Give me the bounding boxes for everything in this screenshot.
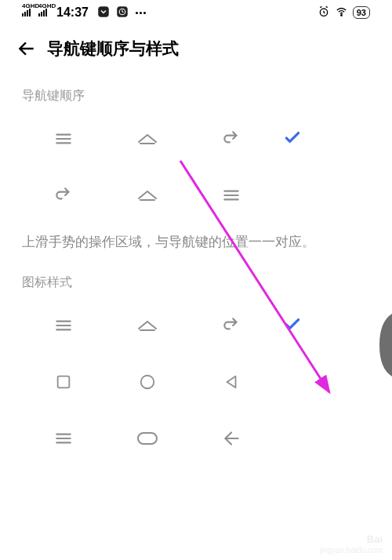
menu-icon bbox=[51, 313, 76, 338]
watermark: Bai jingyan.baidu.com bbox=[319, 533, 383, 555]
home-icon bbox=[135, 126, 160, 151]
svg-rect-5 bbox=[58, 376, 70, 388]
signal-2: 4GHD bbox=[38, 9, 47, 16]
menu-icon bbox=[51, 126, 76, 151]
signal-1: 4GHD bbox=[22, 9, 31, 16]
svg-rect-7 bbox=[138, 433, 157, 444]
check-icon bbox=[282, 314, 303, 337]
check-icon bbox=[282, 127, 303, 151]
back-button[interactable] bbox=[16, 38, 38, 60]
arrow-left-icon bbox=[219, 426, 244, 451]
notification-icon bbox=[96, 5, 111, 21]
home-icon bbox=[135, 183, 160, 208]
clock: 14:37 bbox=[56, 5, 89, 20]
triangle-back-icon bbox=[219, 369, 244, 395]
circle-icon bbox=[135, 369, 160, 395]
clock-app-icon bbox=[115, 5, 129, 21]
gesture-description: 上滑手势的操作区域，与导航键的位置一一对应。 bbox=[0, 224, 392, 256]
menu-icon bbox=[219, 183, 244, 208]
nav-order-option-1[interactable] bbox=[0, 111, 392, 167]
svg-point-4 bbox=[341, 15, 342, 16]
back-icon bbox=[51, 183, 76, 208]
svg-point-6 bbox=[141, 376, 154, 389]
icon-style-option-3[interactable] bbox=[0, 410, 392, 467]
page-header: 导航键顺序与样式 bbox=[0, 25, 392, 69]
square-icon bbox=[51, 369, 76, 395]
back-icon bbox=[219, 126, 244, 151]
page-title: 导航键顺序与样式 bbox=[47, 38, 179, 60]
back-icon bbox=[219, 313, 244, 338]
home-icon bbox=[135, 313, 160, 338]
icon-style-option-2[interactable] bbox=[0, 354, 392, 410]
wifi-icon bbox=[335, 5, 348, 20]
more-icon bbox=[136, 12, 146, 14]
status-bar: 4GHD 4GHD 14:37 93 bbox=[0, 0, 392, 25]
icon-style-option-1[interactable] bbox=[0, 297, 392, 354]
rounded-rect-icon bbox=[135, 426, 160, 451]
section-icon-style-label: 图标样式 bbox=[0, 256, 392, 297]
menu-icon bbox=[51, 426, 76, 451]
side-drawer-hint bbox=[378, 314, 392, 376]
battery-indicator: 93 bbox=[353, 6, 370, 19]
alarm-icon bbox=[318, 5, 330, 20]
section-nav-order-label: 导航键顺序 bbox=[0, 69, 392, 111]
nav-order-option-2[interactable] bbox=[0, 167, 392, 224]
svg-rect-0 bbox=[98, 6, 109, 17]
